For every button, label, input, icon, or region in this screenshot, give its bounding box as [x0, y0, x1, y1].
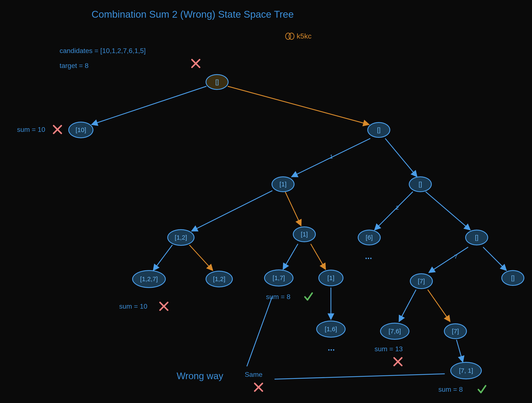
node-empty-3: [] [409, 176, 432, 192]
check-icon [477, 384, 487, 396]
svg-line-14 [429, 247, 468, 273]
tree-edges [0, 0, 532, 403]
svg-line-5 [385, 138, 417, 177]
annotation-sum8-a: sum = 8 [266, 293, 291, 301]
check-icon [303, 291, 314, 303]
cross-icon [253, 381, 265, 394]
svg-line-3 [228, 86, 369, 125]
node-10: [10] [68, 122, 93, 138]
node-empty-4: [] [465, 230, 488, 245]
node-empty-5: [] [501, 270, 524, 286]
svg-line-10 [153, 245, 172, 271]
node-empty-2: [] [367, 122, 390, 138]
cross-icon [392, 356, 404, 369]
diagram-title: Combination Sum 2 (Wrong) State Space Tr… [91, 8, 294, 20]
candidates-text: candidates = [10,1,2,7,6,1,5] [60, 47, 146, 55]
svg-line-11 [189, 245, 213, 271]
annotation-sum10-b: sum = 10 [119, 302, 147, 310]
node-7-1: [7, 1] [450, 362, 482, 379]
annotation-wrong-way: Wrong way [177, 371, 223, 381]
node-1-2-b: [1,2] [206, 271, 233, 287]
brand-text: k5kc [297, 32, 311, 40]
node-1-6: [1,6] [316, 321, 346, 338]
node-6: [6] [358, 230, 381, 245]
target-text: target = 8 [60, 62, 89, 70]
svg-point-1 [289, 33, 294, 39]
svg-line-18 [428, 290, 450, 322]
annotation-sum10-a: sum = 10 [17, 126, 45, 134]
svg-line-7 [285, 192, 301, 226]
svg-line-19 [456, 340, 463, 362]
diagram-canvas: Combination Sum 2 (Wrong) State Space Tr… [0, 0, 532, 403]
node-1-c: [1] [318, 270, 343, 286]
annotation-sum13: sum = 13 [374, 345, 403, 353]
edge-label-1: 1 [330, 153, 333, 160]
annotation-same: Same [245, 371, 263, 378]
node-1-b: [1] [293, 227, 316, 242]
cross-icon [190, 58, 202, 70]
svg-line-9 [426, 192, 470, 230]
brand-label: k5kc [285, 32, 311, 40]
svg-line-17 [399, 290, 416, 322]
svg-line-15 [483, 247, 507, 271]
svg-line-12 [283, 244, 298, 269]
edge-label-2: 2 [396, 204, 399, 211]
node-1-7: [1,7] [264, 269, 293, 286]
node-1-2-7: [1,2,7] [132, 270, 166, 288]
annotation-sum8-b: sum = 8 [438, 385, 463, 393]
cross-icon [51, 124, 63, 136]
node-root: [] [206, 74, 228, 90]
node-7: [7] [410, 273, 433, 289]
svg-line-21 [274, 374, 445, 379]
node-1: [1] [272, 176, 295, 192]
cross-icon [158, 300, 170, 313]
node-7-b: [7] [444, 323, 467, 339]
svg-line-2 [91, 86, 206, 125]
svg-line-8 [374, 192, 413, 230]
svg-line-13 [311, 244, 326, 269]
brand-icon [285, 32, 295, 40]
node-1-2: [1,2] [167, 229, 195, 246]
svg-line-20 [247, 296, 272, 366]
ellipsis-6: ... [365, 251, 372, 261]
node-7-6: [7,6] [380, 323, 409, 340]
svg-line-6 [191, 191, 272, 231]
edge-label-7: 7 [454, 254, 457, 260]
ellipsis-16: ... [328, 343, 335, 352]
